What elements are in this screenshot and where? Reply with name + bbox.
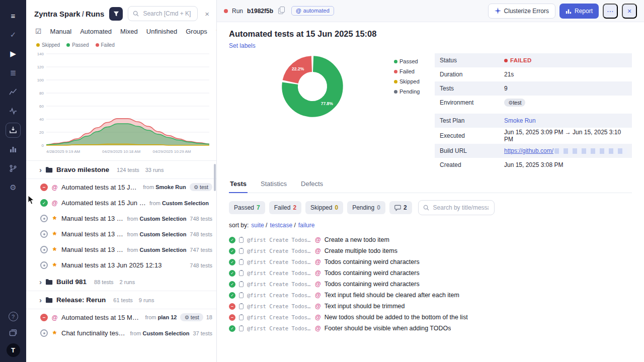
sort-option-link[interactable]: failure <box>298 222 315 229</box>
runs-filter-tab[interactable]: Mixed <box>120 28 138 35</box>
gear-icon[interactable]: ⚙ <box>4 178 22 197</box>
status-filter-pill[interactable]: Skipped 0 <box>305 201 343 214</box>
funnel-icon <box>113 11 119 17</box>
run-row[interactable]: Automated tests at 15 May 2025 12:32 fro… <box>26 309 216 325</box>
filter-button[interactable] <box>109 7 123 21</box>
line-chart-icon[interactable] <box>4 82 22 102</box>
svg-text:0: 0 <box>42 143 44 148</box>
status-filter-label: Failed <box>274 204 291 211</box>
run-folder-row[interactable]: › Release: Rerun 61 tests 9 runs <box>26 291 216 309</box>
breadcrumb: Zyntra Spark/Runs <box>34 10 104 18</box>
panel-close-icon[interactable]: × <box>203 10 211 18</box>
tasks-icon[interactable]: ✓ <box>4 25 22 44</box>
test-row[interactable]: @first Create Todos… @ Create multiple t… <box>229 245 632 256</box>
run-row[interactable]: Automated tests at 15 Jun 2025 15:01 fro… <box>26 195 216 211</box>
run-folder-row[interactable]: › Build 981 88 tests 2 runs <box>26 273 216 291</box>
test-row[interactable]: @first Create Todos… @ Footer should be … <box>229 323 632 334</box>
svg-text:20: 20 <box>39 130 44 135</box>
runs-search-input[interactable] <box>142 10 193 18</box>
test-row[interactable]: @first Create Todos… @ Todos containing … <box>229 256 632 267</box>
runs-filter-tab[interactable]: Groups <box>186 28 207 35</box>
chevron-right-icon[interactable]: › <box>39 278 42 286</box>
clusterize-errors-button[interactable]: Clusterize Errors <box>488 4 555 19</box>
run-meta: 748 tests <box>190 262 212 268</box>
help-icon[interactable]: ? <box>9 312 18 321</box>
run-row-right: test <box>190 183 212 191</box>
automated-test-icon: @ <box>315 269 321 277</box>
detail-tab[interactable]: Tests <box>229 180 248 193</box>
run-row[interactable]: Manual tests at 13 Jun 2025 12:13 from C… <box>26 242 216 257</box>
runs-filter-tab[interactable]: Unfinished <box>146 28 177 35</box>
run-label: Run <box>232 8 243 15</box>
projects-folders-icon[interactable] <box>4 328 22 336</box>
folder-counts: 88 tests 2 runs <box>94 279 135 285</box>
test-title: Todos containing weird characters <box>325 258 420 265</box>
automated-test-icon: @ <box>315 325 321 332</box>
donut-legend-label: Failed <box>399 68 415 74</box>
run-row[interactable]: Manual tests at 13 Jun 2025 12:17 from C… <box>26 211 216 226</box>
svg-text:100: 100 <box>37 78 44 82</box>
runs-filter-tab[interactable]: Automated <box>80 28 112 35</box>
sort-option-link[interactable]: testcase <box>270 222 295 229</box>
test-row[interactable]: @first Create Todos… @ Text input should… <box>229 301 632 312</box>
scrollbar-thumb[interactable] <box>214 164 216 191</box>
test-row[interactable]: @first Create Todos… @ Todos containing … <box>229 279 632 290</box>
user-avatar[interactable]: T <box>7 343 20 357</box>
tests-search-input[interactable] <box>432 204 490 212</box>
close-run-button[interactable]: × <box>622 4 637 19</box>
git-branch-icon[interactable] <box>4 159 22 178</box>
environment-badge: test <box>190 183 212 191</box>
chevron-right-icon[interactable]: › <box>39 296 42 304</box>
runs-list-icon[interactable]: ≣ <box>4 63 22 82</box>
test-row[interactable]: @first Create Todos… @ Todos containing … <box>229 267 632 279</box>
runs-filter-tabs: ☑ ⇅ Manual Automated Mixed Unfinished Gr… <box>26 25 216 39</box>
run-row[interactable]: Automated tests at 15 Jun 2025 15:08 fro… <box>26 179 216 195</box>
test-suite-path: @first Create Todos… <box>247 237 311 243</box>
donut-legend-item: Skipped <box>394 78 420 84</box>
run-meta: 748 tests <box>190 231 212 237</box>
checklist-icon[interactable]: ☑ <box>35 27 42 35</box>
run-row[interactable]: Chat functinality test Copy from Custom … <box>26 325 216 341</box>
comment-icon <box>394 205 401 211</box>
menu-icon[interactable]: ≡ <box>4 6 22 25</box>
breadcrumb-project[interactable]: Zyntra Spark <box>34 10 80 18</box>
import-tray-icon[interactable] <box>6 123 21 138</box>
copy-icon[interactable] <box>278 8 283 14</box>
report-button[interactable]: Report <box>559 4 599 19</box>
sort-option-link[interactable]: suite <box>251 222 267 229</box>
run-title: Manual tests at 13 Jun 2025 12:17 <box>61 215 123 222</box>
set-labels-link[interactable]: Set labels <box>229 42 256 49</box>
run-origin: from Custom Selection <box>127 247 186 253</box>
test-row[interactable]: @first Create Todos… @ New todos should … <box>229 312 632 323</box>
folder-name: Bravo milestone <box>56 166 109 173</box>
comments-filter-pill[interactable]: 2 <box>389 201 412 214</box>
legend-dot <box>36 43 40 47</box>
bar-chart-icon[interactable] <box>4 140 22 159</box>
test-row[interactable]: @first Create Todos… @ Text input field … <box>229 290 632 301</box>
activity-pulse-icon[interactable] <box>4 102 22 121</box>
run-detail: Run b1982f5b @ automated Clusterize Erro… <box>217 0 644 362</box>
runs-filter-tab[interactable]: Manual <box>50 28 72 35</box>
play-circle-icon[interactable]: ▶ <box>4 44 22 63</box>
detail-tab[interactable]: Statistics <box>260 180 288 193</box>
clipboard-icon <box>239 293 244 298</box>
status-filter-pill[interactable]: Pending 0 <box>347 201 385 214</box>
run-meta: 748 tests <box>190 216 212 222</box>
environment-badge: test <box>180 313 203 321</box>
detail-tab[interactable]: Defects <box>300 180 324 193</box>
run-row-right: 747 tests <box>190 247 212 253</box>
automated-badge[interactable]: @ automated <box>291 6 334 16</box>
run-row[interactable]: Manual tests at 13 Jun 2025 12:16 from C… <box>26 226 216 242</box>
status-filter-pill[interactable]: Failed 2 <box>269 201 301 214</box>
test-title: New todos should be added to the bottom … <box>325 314 468 321</box>
status-filter-pill[interactable]: Passed 7 <box>229 201 265 214</box>
run-row[interactable]: Manual tests at 13 Jun 2025 12:13 748 te… <box>26 257 216 273</box>
chevron-right-icon[interactable]: › <box>39 166 42 173</box>
search-icon <box>133 11 139 17</box>
runs-list: › Bravo milestone 124 tests 33 runs Auto… <box>26 160 216 362</box>
automated-test-icon: @ <box>315 247 321 254</box>
test-row[interactable]: @first Create Todos… @ Create a new todo… <box>229 234 632 245</box>
run-info-table: Status FAILED Duration 21s Tests 9 <box>435 53 632 172</box>
more-actions-button[interactable]: ⋯ <box>603 4 618 19</box>
run-folder-row[interactable]: › Bravo milestone 124 tests 33 runs <box>26 161 216 179</box>
